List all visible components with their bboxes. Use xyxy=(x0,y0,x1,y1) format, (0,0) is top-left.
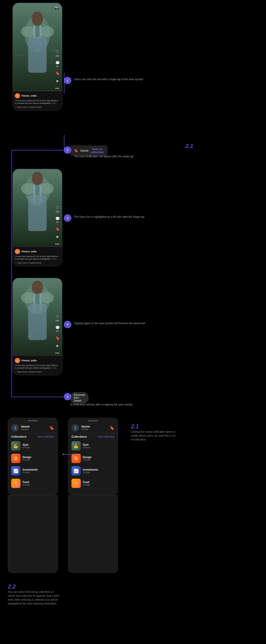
panel-header-2: 👤 Saved Private 🔖 xyxy=(68,421,118,433)
panel-2-lower-space xyxy=(68,495,118,570)
gym-name-2: Gym xyxy=(83,443,90,446)
user-row-1: F Fitness_India xyxy=(15,93,60,98)
bookmark-icon-3: 🔖 xyxy=(55,336,60,340)
food-thumb-inner-1: 🍕 xyxy=(11,479,21,488)
gym-thumb-1: 💪 xyxy=(11,441,21,451)
phone-bottom-1: F Fitness_India "A one-hour workout is 4… xyxy=(13,91,62,110)
removed-toast-text: Removed from Saved xyxy=(74,394,85,402)
design-name-1: Design xyxy=(23,456,31,459)
collection-item-investments-1[interactable]: 📈 Investments Private xyxy=(8,465,57,477)
svg-point-4 xyxy=(32,11,43,26)
food-thumb-2: 🍕 xyxy=(71,479,81,488)
more-link-2[interactable]: more xyxy=(52,258,56,260)
panel-user-info-2: Saved Private xyxy=(81,425,90,431)
panel-bottom-space-1 xyxy=(8,490,57,495)
share-icon-1: ➤ xyxy=(56,79,59,83)
music-name-2: Page name: Original Audio xyxy=(17,262,42,264)
panel-bookmark-icon-2[interactable]: 🔖 xyxy=(109,425,115,430)
section-step5: 5 Removed from Saved A Notification will… xyxy=(0,379,266,410)
food-thumb-inner-2: 🍕 xyxy=(71,479,81,488)
comment-icon-2: 💬 xyxy=(55,216,60,221)
connector-v-5-left xyxy=(11,379,12,397)
music-note-3: ♪ xyxy=(15,371,16,373)
phone-image-2: ♡ 234 💬 61 🔖 ➤ xyxy=(13,169,62,247)
collections-panel-2: 👤 Saved Private 🔖 Collections New collec… xyxy=(68,418,118,495)
comment-button-2[interactable]: 💬 61 xyxy=(55,216,60,223)
like-button-2[interactable]: ♡ 234 xyxy=(56,205,59,213)
section-step4: ♡ 234 💬 61 🔖 ➤ xyxy=(0,275,266,379)
like-button-3[interactable]: ♡ 234 xyxy=(56,314,59,322)
more-button-1[interactable]: ••• xyxy=(55,87,59,90)
user-row-3: F Fitness_India xyxy=(15,358,60,363)
gym-name-1: Gym xyxy=(23,443,30,446)
like-count-2: 234 xyxy=(56,211,59,213)
share-button-2[interactable]: ➤ xyxy=(56,235,59,239)
comment-count-3: 61 xyxy=(56,330,59,332)
more-icon-2: ••• xyxy=(55,242,59,246)
more-button-3[interactable]: ••• xyxy=(55,351,59,355)
section-desc-22: You can select their listing collections… xyxy=(8,590,60,606)
save-button-1[interactable]: 🔖 xyxy=(55,71,60,75)
comment-icon-3: 💬 xyxy=(55,326,60,330)
new-collection-btn-1[interactable]: New collection xyxy=(38,435,54,438)
collection-item-investments-2[interactable]: 📈 Investments Private xyxy=(68,465,118,477)
section-num-21b: 2.1 xyxy=(131,423,178,430)
share-button-1[interactable]: ➤ xyxy=(56,79,59,83)
gym-thumb-2: 💪 xyxy=(71,441,81,451)
new-collection-btn-2[interactable]: New collection xyxy=(98,435,115,438)
step-annotation-3: The Save Icon is highlighted by a fill c… xyxy=(74,214,144,219)
gym-info-2: Gym Private xyxy=(83,443,90,449)
section-22: 2.2 You can select their listing collect… xyxy=(0,578,266,616)
collection-item-gym-1[interactable]: 💪 Gym Private xyxy=(8,440,57,452)
gym-privacy-1: Private xyxy=(23,446,30,449)
step-text-3: The Save Icon is highlighted by a fill c… xyxy=(74,215,144,218)
more-button-2[interactable]: ••• xyxy=(55,242,59,246)
svg-point-14 xyxy=(21,183,35,194)
food-info-2: Food Private xyxy=(83,481,90,486)
toast-save-button[interactable]: Save to collection xyxy=(90,147,104,154)
gym-info-1: Gym Private xyxy=(23,443,30,449)
collection-item-food-2[interactable]: 🍕 Food Private xyxy=(68,477,118,490)
panel-private-1: Private xyxy=(21,428,29,431)
caption-3: "A one-hour workout is 4% of your day. B… xyxy=(15,364,60,370)
panel-user-info-1: Saved Private xyxy=(21,425,29,431)
music-note-2: ♪ xyxy=(15,262,16,264)
like-button-1[interactable]: ♡ 234 xyxy=(56,50,59,57)
collection-item-gym-2[interactable]: 💪 Gym Private xyxy=(68,440,118,452)
music-row-3: ♪ Page name: Original Audio xyxy=(15,371,60,373)
music-note-1: ♪ xyxy=(15,106,16,108)
arrow-left xyxy=(62,453,64,455)
save-button-3[interactable]: 🔖 xyxy=(55,336,60,340)
food-privacy-2: Private xyxy=(83,484,90,486)
step-circle-2: 2 xyxy=(64,146,71,154)
share-button-3[interactable]: ➤ xyxy=(56,344,59,348)
food-thumb-1: 🍕 xyxy=(11,479,21,488)
collection-item-design-2[interactable]: 🎨 Design Private xyxy=(68,452,118,465)
more-link-3[interactable]: more xyxy=(52,367,56,369)
svg-point-3 xyxy=(39,26,54,37)
panel-bookmark-icon-1[interactable]: 🔖 xyxy=(49,425,54,430)
more-link-1[interactable]: more xyxy=(52,102,56,104)
step-circle-3: 3 xyxy=(64,214,71,222)
camera-icon[interactable]: 📷 xyxy=(54,5,59,10)
avatar-2: F xyxy=(15,249,20,254)
section-22-container: 2.2 You can select their listing collect… xyxy=(8,583,60,606)
investments-info-1: Investments Private xyxy=(23,468,38,474)
food-name-1: Food xyxy=(23,481,30,484)
panel-user-row-1: 👤 Saved Private xyxy=(11,424,29,432)
comment-button-3[interactable]: 💬 61 xyxy=(55,326,60,332)
toast-bookmark-icon: 🔖 xyxy=(74,148,78,153)
like-count-3: 234 xyxy=(56,320,59,322)
collection-item-design-1[interactable]: 🎨 Design Private xyxy=(8,452,57,465)
section-num-21a: 2.1 xyxy=(185,143,193,150)
save-button-2[interactable]: 🔖 xyxy=(55,227,60,231)
collection-item-food-1[interactable]: 🍕 Food Private xyxy=(8,477,57,490)
step-number-1: 1 xyxy=(67,79,68,82)
panel-1-lower xyxy=(8,495,58,573)
design-thumb-inner-1: 🎨 xyxy=(11,454,21,463)
connector-v-3-left xyxy=(11,166,12,275)
comment-button-1[interactable]: 💬 61 xyxy=(55,61,60,67)
action-bar-2: ♡ 234 💬 61 🔖 ➤ xyxy=(55,205,60,247)
phone-2: ♡ 234 💬 61 🔖 ➤ xyxy=(12,169,62,266)
design-info-1: Design Private xyxy=(23,456,31,461)
